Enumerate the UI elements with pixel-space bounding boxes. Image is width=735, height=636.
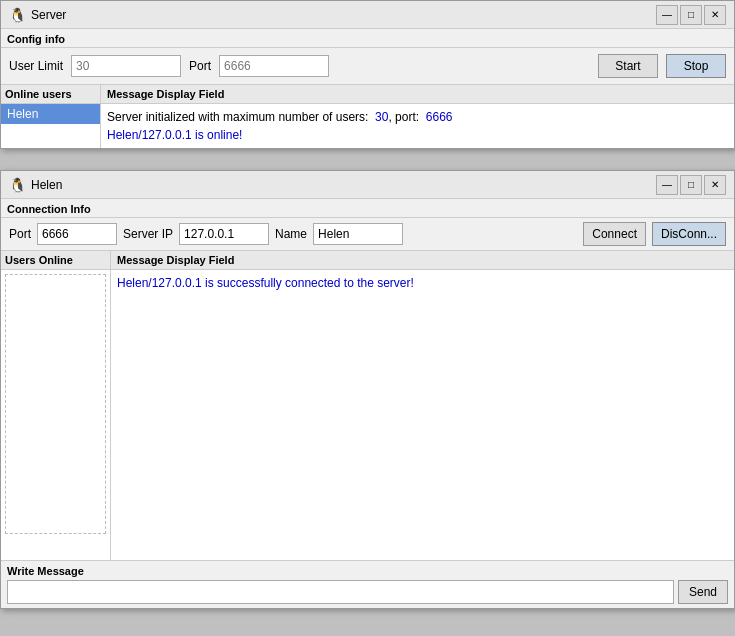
server-content-area: Online users Helen Message Display Field… <box>1 84 734 148</box>
connection-section-label: Connection Info <box>1 199 734 218</box>
client-window: 🐧 Helen — □ ✕ Connection Info Port Serve… <box>0 170 735 609</box>
client-message-panel: Message Display Field Helen/127.0.0.1 is… <box>111 251 734 560</box>
client-restore-btn[interactable]: □ <box>680 175 702 195</box>
server-message-line-2: Helen/127.0.0.1 is online! <box>107 126 728 144</box>
client-name-input[interactable] <box>313 223 403 245</box>
write-message-input[interactable] <box>7 580 674 604</box>
users-online-list <box>5 274 106 534</box>
write-message-row: Send <box>7 580 728 604</box>
server-close-btn[interactable]: ✕ <box>704 5 726 25</box>
client-port-label: Port <box>9 227 31 241</box>
config-section-label: Config info <box>1 29 734 48</box>
server-title-bar: 🐧 Server — □ ✕ <box>1 1 734 29</box>
client-server-ip-input[interactable] <box>179 223 269 245</box>
write-message-label: Write Message <box>7 565 728 577</box>
server-config-row: User Limit Port Start Stop <box>1 48 734 84</box>
server-restore-btn[interactable]: □ <box>680 5 702 25</box>
client-port-input[interactable] <box>37 223 117 245</box>
client-content-area: Users Online Message Display Field Helen… <box>1 250 734 560</box>
client-title-bar: 🐧 Helen — □ ✕ <box>1 171 734 199</box>
client-message-line-1: Helen/127.0.0.1 is successfully connecte… <box>117 274 728 292</box>
users-online-header: Users Online <box>1 251 110 270</box>
online-user-item[interactable]: Helen <box>1 104 100 124</box>
server-message-content: Server initialized with maximum number o… <box>101 104 734 148</box>
server-window: 🐧 Server — □ ✕ Config info User Limit Po… <box>0 0 735 149</box>
server-title: Server <box>31 8 650 22</box>
write-message-section: Write Message Send <box>1 560 734 608</box>
client-connection-row: Port Server IP Name Connect DisConn... <box>1 218 734 250</box>
users-online-panel: Users Online <box>1 251 111 560</box>
online-users-panel: Online users Helen <box>1 85 101 148</box>
client-close-btn[interactable]: ✕ <box>704 175 726 195</box>
client-window-controls: — □ ✕ <box>656 175 726 195</box>
server-icon: 🐧 <box>9 7 25 23</box>
connect-button[interactable]: Connect <box>583 222 646 246</box>
port-input[interactable] <box>219 55 329 77</box>
server-message-panel: Message Display Field Server initialized… <box>101 85 734 148</box>
start-button[interactable]: Start <box>598 54 658 78</box>
server-window-controls: — □ ✕ <box>656 5 726 25</box>
server-minimize-btn[interactable]: — <box>656 5 678 25</box>
user-limit-input[interactable] <box>71 55 181 77</box>
client-message-header: Message Display Field <box>111 251 734 270</box>
client-server-ip-label: Server IP <box>123 227 173 241</box>
client-message-content: Helen/127.0.0.1 is successfully connecte… <box>111 270 734 296</box>
client-name-label: Name <box>275 227 307 241</box>
client-minimize-btn[interactable]: — <box>656 175 678 195</box>
disconnect-button[interactable]: DisConn... <box>652 222 726 246</box>
online-users-header: Online users <box>1 85 100 104</box>
send-button[interactable]: Send <box>678 580 728 604</box>
user-limit-label: User Limit <box>9 59 63 73</box>
stop-button[interactable]: Stop <box>666 54 726 78</box>
port-label: Port <box>189 59 211 73</box>
server-message-header: Message Display Field <box>101 85 734 104</box>
client-title: Helen <box>31 178 650 192</box>
client-icon: 🐧 <box>9 177 25 193</box>
server-message-line-1: Server initialized with maximum number o… <box>107 108 728 126</box>
